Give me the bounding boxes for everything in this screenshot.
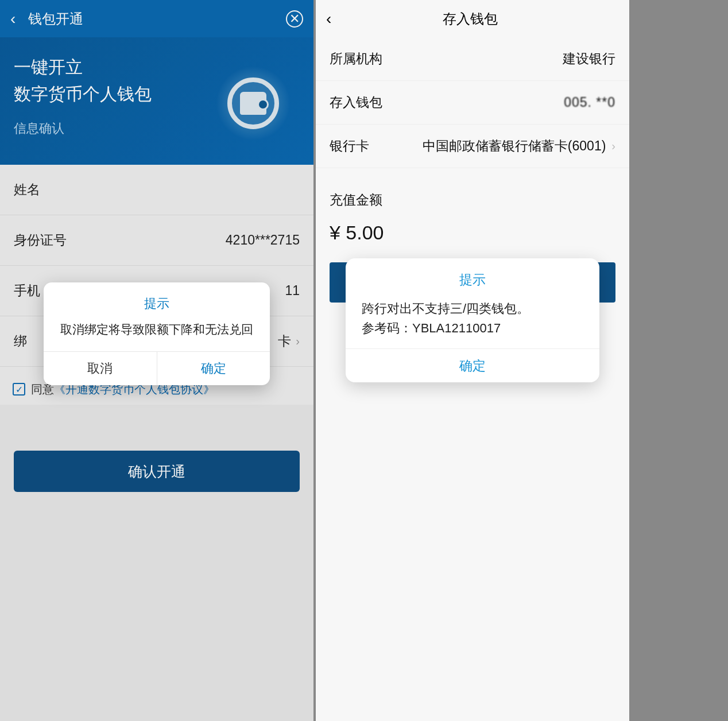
wallet-label: 存入钱包 [330, 94, 382, 111]
dialog-actions: 确定 [346, 348, 599, 382]
header-right: ‹ 存入钱包 [316, 0, 629, 37]
row-bankcard[interactable]: 银行卡 中国邮政储蓄银行储蓄卡(6001) › [316, 125, 629, 168]
phone-right: ‹ 存入钱包 所属机构 建设银行 存入钱包 005. **0 银行卡 中国邮政储… [316, 0, 629, 721]
dialog-title: 提示 [346, 258, 599, 297]
back-button[interactable]: ‹ [10, 10, 16, 28]
name-label: 姓名 [14, 181, 40, 199]
dialog-body-line1: 跨行对出不支持三/四类钱包。 [362, 299, 583, 319]
dialog-title: 提示 [44, 282, 270, 318]
amount-label: 充值金额 [316, 168, 629, 211]
page-title: 钱包开通 [28, 10, 286, 28]
dialog-actions: 取消 确定 [44, 351, 270, 385]
close-button[interactable]: ✕ [286, 10, 303, 28]
wallet-value: 005. **0 [564, 95, 615, 110]
dialog-ok-button[interactable]: 确定 [346, 349, 599, 382]
header-left: ‹ 钱包开通 ✕ [0, 0, 313, 37]
row-id[interactable]: 身份证号 4210***2715 [0, 215, 313, 266]
hero-banner: 一键开立 数字货币个人钱包 信息确认 [0, 37, 313, 165]
dialog-body-line2: 参考码：YBLA12110017 [362, 319, 583, 338]
dialog-right: 提示 跨行对出不支持三/四类钱包。 参考码：YBLA12110017 确定 [346, 258, 599, 382]
chevron-right-icon: › [296, 335, 300, 348]
dialog-cancel-button[interactable]: 取消 [44, 352, 157, 385]
id-label: 身份证号 [14, 231, 67, 249]
card-value: 卡 [278, 332, 291, 350]
phone-value: 11 [285, 283, 300, 299]
row-org: 所属机构 建设银行 [316, 37, 629, 81]
dialog-left: 提示 取消绑定将导致限额下降和无法兑回 取消 确定 [44, 282, 270, 385]
agree-checkbox[interactable]: ✓ [13, 383, 25, 396]
row-name[interactable]: 姓名 [0, 165, 313, 215]
page-title: 存入钱包 [321, 10, 619, 28]
card-label: 绑 [14, 332, 27, 350]
bankcard-value: 中国邮政储蓄银行储蓄卡(6001) [423, 137, 606, 155]
dialog-ok-button[interactable]: 确定 [157, 352, 270, 385]
phone-label: 手机 [14, 282, 40, 300]
org-label: 所属机构 [330, 50, 382, 68]
row-wallet[interactable]: 存入钱包 005. **0 [316, 81, 629, 125]
confirm-open-button[interactable]: 确认开通 [14, 451, 300, 492]
dialog-body: 跨行对出不支持三/四类钱包。 参考码：YBLA12110017 [346, 297, 599, 348]
phone-left: ‹ 钱包开通 ✕ 一键开立 数字货币个人钱包 信息确认 姓名 身份证号 4210… [0, 0, 313, 721]
wallet-icon [216, 66, 291, 141]
dialog-body: 取消绑定将导致限额下降和无法兑回 [44, 318, 270, 351]
bankcard-label: 银行卡 [330, 137, 369, 155]
chevron-right-icon: › [611, 139, 615, 153]
id-value: 4210***2715 [226, 232, 300, 248]
amount-value: ¥ 5.00 [316, 211, 629, 262]
org-value: 建设银行 [563, 50, 615, 68]
